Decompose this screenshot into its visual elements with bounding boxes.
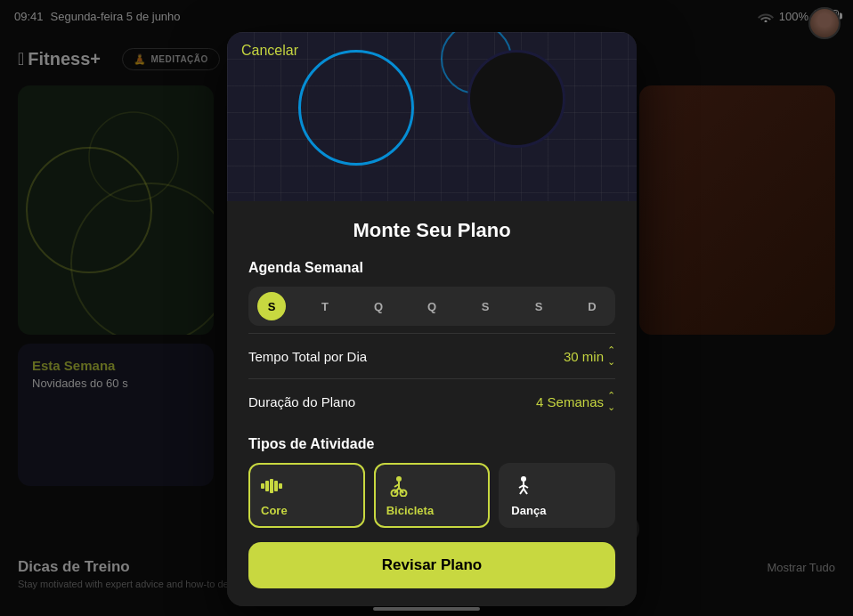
chevron-updown-duracao: ⌃⌄ (607, 390, 615, 413)
core-label: Core (261, 504, 353, 517)
duracao-label: Duração do Plano (248, 394, 355, 409)
tempo-row[interactable]: Tempo Total por Dia 30 min ⌃⌄ (248, 333, 615, 378)
svg-rect-7 (279, 483, 282, 489)
agenda-section: Agenda Semanal S T Q Q S S D Tempo Total… (248, 260, 615, 424)
activity-card-danca[interactable]: Dança (499, 463, 615, 528)
svg-point-8 (396, 476, 402, 482)
duracao-row[interactable]: Duração do Plano 4 Semanas ⌃⌄ (248, 378, 615, 424)
svg-rect-6 (274, 481, 278, 491)
days-container: S T Q Q S S D (248, 287, 615, 326)
bike-activity-icon (386, 474, 411, 498)
modal-title: Monte Seu Plano (248, 219, 615, 242)
core-icon (261, 474, 286, 498)
dance-icon (511, 474, 536, 498)
modal-circle-blue (298, 50, 414, 166)
cancel-button[interactable]: Cancelar (241, 43, 298, 59)
day-q2[interactable]: Q (418, 292, 446, 320)
home-indicator (373, 607, 480, 611)
svg-rect-4 (265, 481, 269, 491)
tipos-section-title: Tipos de Atividade (248, 436, 615, 452)
bicicleta-label: Bicicleta (386, 504, 478, 517)
activity-cards: Core (248, 463, 615, 528)
tempo-label: Tempo Total por Dia (248, 349, 367, 364)
day-s3[interactable]: S (524, 292, 553, 320)
duracao-value: 4 Semanas ⌃⌄ (536, 390, 615, 413)
day-q1[interactable]: Q (364, 292, 393, 320)
svg-line-20 (524, 489, 527, 494)
activity-card-bicicleta[interactable]: Bicicleta (374, 463, 491, 528)
svg-point-15 (521, 476, 526, 482)
revisar-plano-button[interactable]: Revisar Plano (248, 542, 615, 588)
activity-card-core[interactable]: Core (248, 463, 365, 528)
chevron-updown-tempo: ⌃⌄ (607, 344, 615, 368)
modal-overlay: Cancelar Monte Seu Plano Agenda Semanal … (0, 0, 853, 616)
day-s2[interactable]: S (471, 292, 500, 320)
monte-plano-modal: Cancelar Monte Seu Plano Agenda Semanal … (227, 32, 637, 606)
tempo-value: 30 min ⌃⌄ (564, 344, 615, 368)
modal-header-image: Cancelar (227, 32, 637, 201)
danca-label: Dança (511, 504, 603, 517)
svg-rect-5 (270, 479, 273, 493)
day-s1[interactable]: S (257, 292, 286, 320)
modal-circle-dark (467, 50, 565, 148)
day-t[interactable]: T (311, 292, 339, 320)
modal-body: Monte Seu Plano Agenda Semanal S T Q Q S… (227, 201, 637, 606)
day-d[interactable]: D (578, 292, 606, 320)
agenda-section-title: Agenda Semanal (248, 260, 615, 276)
tipos-section: Tipos de Atividade (248, 436, 615, 528)
svg-rect-3 (261, 483, 264, 489)
